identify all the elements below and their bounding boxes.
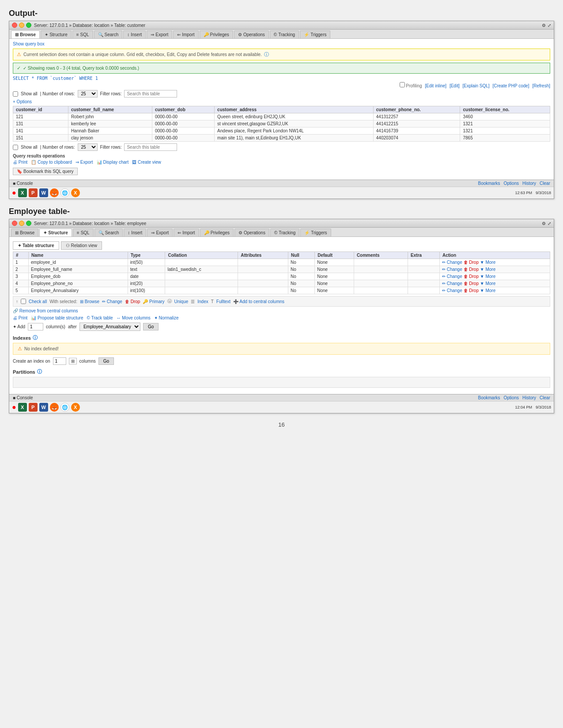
emp-tab-structure[interactable]: ✦ Structure — [39, 229, 72, 236]
display-chart-link[interactable]: 📊 Display chart — [97, 160, 129, 165]
table-structure-tab[interactable]: ✦ Table structure — [13, 241, 59, 250]
edit-link[interactable]: [Edit] — [450, 83, 460, 88]
tab-tracking[interactable]: © Tracking — [270, 30, 299, 38]
unique-sel-link[interactable]: Unique — [174, 299, 189, 304]
drop-link[interactable]: 🗑 Drop — [464, 267, 479, 272]
more-dropdown[interactable]: ▼ More — [480, 260, 495, 265]
show-all-checkbox[interactable] — [13, 91, 18, 97]
taskbar-ff-icon[interactable]: 🦊 — [50, 188, 59, 197]
emp-tab-search[interactable]: 🔍 Search — [94, 229, 123, 236]
emp-tab-insert[interactable]: ↕ Insert — [124, 229, 146, 236]
tab-insert[interactable]: ↕ Insert — [123, 30, 146, 38]
tab-search[interactable]: 🔍 Search — [94, 30, 123, 38]
create-view-link[interactable]: 🖼 Create view — [132, 160, 161, 165]
create-php-link[interactable]: [Create PHP code] — [492, 83, 529, 88]
rows-select[interactable]: 2550100 — [78, 90, 98, 98]
emp-history-link[interactable]: History — [522, 395, 536, 400]
rows-select2[interactable]: 2550100 — [78, 143, 98, 151]
options-link[interactable]: + Options — [13, 99, 550, 104]
bookmarks-link[interactable]: Bookmarks — [478, 181, 500, 186]
taskbar2-xampp-icon[interactable]: X — [71, 403, 80, 412]
taskbar-word-icon[interactable]: W — [39, 188, 48, 197]
tab-import[interactable]: ⇐ Import — [173, 30, 198, 38]
emp-tab-browse[interactable]: ⊞ Browse — [11, 229, 38, 236]
show-query-box-link[interactable]: Show query box — [13, 41, 550, 46]
relation-view-tab[interactable]: ⚇ Relation view — [61, 241, 102, 250]
win-close-icon[interactable] — [12, 23, 17, 28]
drop-link[interactable]: 🗑 Drop — [464, 274, 479, 279]
more-dropdown[interactable]: ▼ More — [480, 274, 495, 279]
normalize-link[interactable]: ✦ Normalize — [154, 315, 179, 320]
emp-resize-icon[interactable]: ⤢ — [548, 221, 551, 226]
refresh-link[interactable]: [Refresh] — [532, 83, 550, 88]
change-link[interactable]: ✏ Change — [442, 281, 462, 286]
emp-tab-import[interactable]: ⇐ Import — [174, 229, 199, 236]
emp-options-link[interactable]: Options — [504, 395, 519, 400]
options-link2[interactable]: Options — [504, 181, 519, 186]
add-cols-input[interactable] — [28, 323, 43, 330]
win-max-icon[interactable] — [26, 23, 31, 28]
add-cols-go-btn[interactable]: Go — [143, 323, 159, 330]
win-min-icon[interactable] — [19, 23, 24, 28]
change-link[interactable]: ✏ Change — [442, 260, 462, 265]
emp-win-min-icon[interactable] — [19, 221, 24, 226]
change-sel-link[interactable]: ✏ Change — [102, 299, 122, 304]
fulltext-sel-link[interactable]: Fulltext — [216, 299, 230, 304]
emp-tab-export[interactable]: ⇒ Export — [147, 229, 173, 236]
more-dropdown[interactable]: ▼ More — [480, 281, 495, 286]
profiling-checkbox[interactable] — [400, 82, 405, 87]
taskbar-excel-icon[interactable]: X — [18, 188, 27, 197]
track-table-link[interactable]: © Track table — [87, 315, 113, 320]
emp-gear-icon[interactable]: ⚙ — [542, 221, 546, 226]
move-cols-link[interactable]: ↔ Move columns — [117, 315, 151, 320]
create-index-input[interactable] — [53, 357, 66, 365]
taskbar-xampp-icon[interactable]: X — [71, 188, 80, 197]
tab-browse[interactable]: ⊞ Browse — [11, 30, 40, 38]
emp-tab-tracking[interactable]: © Tracking — [270, 229, 299, 236]
history-link[interactable]: History — [522, 181, 536, 186]
start-icon2[interactable]: ● — [12, 403, 16, 411]
emp-tab-privileges[interactable]: 🔑 Privileges — [200, 229, 234, 236]
tab-structure[interactable]: ✦ Structure — [41, 30, 72, 38]
copy-clipboard-link[interactable]: 📋 Copy to clipboard — [31, 160, 72, 165]
emp-clear-link[interactable]: Clear — [540, 395, 550, 400]
check-all-checkbox[interactable] — [21, 299, 26, 304]
explain-sql-link[interactable]: [Explain SQL] — [463, 83, 490, 88]
more-dropdown[interactable]: ▼ More — [480, 288, 495, 293]
index-sel-link[interactable]: Index — [197, 299, 208, 304]
emp-tab-operations[interactable]: ⚙ Operations — [234, 229, 269, 236]
emp-tab-triggers[interactable]: ⚡ Triggers — [300, 229, 331, 236]
drop-link[interactable]: 🗑 Drop — [464, 260, 479, 265]
propose-struct-link[interactable]: 📊 Propose table structure — [31, 315, 83, 320]
tab-operations[interactable]: ⚙ Operations — [234, 30, 269, 38]
tab-export[interactable]: ⇒ Export — [147, 30, 172, 38]
emp-win-max-icon[interactable] — [26, 221, 31, 226]
add-central-link[interactable]: ➕ Add to central columns — [233, 299, 284, 304]
check-all-link[interactable]: Check all — [29, 299, 47, 304]
change-link[interactable]: ✏ Change — [442, 267, 462, 272]
taskbar2-word-icon[interactable]: W — [39, 403, 48, 412]
change-link[interactable]: ✏ Change — [442, 288, 462, 293]
create-index-icon[interactable]: ⊞ — [69, 358, 77, 364]
drop-link[interactable]: 🗑 Drop — [464, 281, 479, 286]
primary-sel-link[interactable]: 🔑 Primary — [143, 299, 164, 304]
start-icon[interactable]: ● — [12, 189, 16, 197]
after-col-select[interactable]: Employee_Annualsalary — [79, 323, 140, 331]
print-link2[interactable]: 🖨 Print — [13, 315, 27, 320]
taskbar2-excel-icon[interactable]: X — [18, 403, 27, 412]
more-dropdown[interactable]: ▼ More — [480, 267, 495, 272]
gear-icon[interactable]: ⚙ — [542, 23, 546, 28]
drop-link[interactable]: 🗑 Drop — [464, 288, 479, 293]
emp-console-label[interactable]: ■ Console — [13, 395, 33, 400]
tab-triggers[interactable]: ⚡ Triggers — [300, 30, 330, 38]
browse-sel-link[interactable]: ⊞ Browse — [80, 299, 99, 304]
tab-sql[interactable]: ≡ SQL — [72, 30, 93, 38]
drop-sel-link[interactable]: 🗑 Drop — [125, 299, 140, 304]
taskbar-chrome-icon[interactable]: 🌐 — [60, 188, 69, 197]
remove-central-anchor[interactable]: 🔗 Remove from central columns — [13, 308, 78, 313]
console-label[interactable]: ■ Console — [13, 181, 33, 186]
resize-icon[interactable]: ⤢ — [548, 23, 551, 28]
taskbar-ppt-icon[interactable]: P — [29, 188, 38, 197]
edit-inline-link[interactable]: [Edit inline] — [425, 83, 446, 88]
emp-win-close-icon[interactable] — [12, 221, 17, 226]
